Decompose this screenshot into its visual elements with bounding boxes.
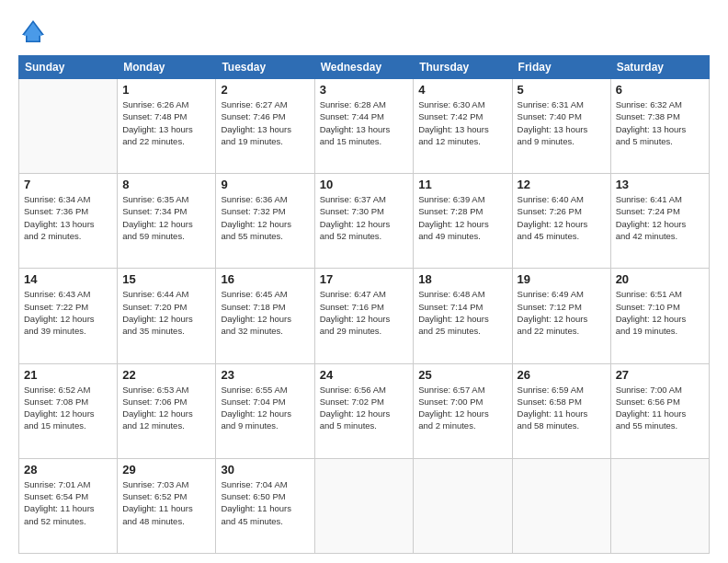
calendar-cell: 13Sunrise: 6:41 AM Sunset: 7:24 PM Dayli… — [610, 174, 709, 269]
calendar-cell — [314, 458, 414, 553]
day-number: 21 — [24, 368, 112, 382]
day-number: 19 — [518, 272, 606, 286]
calendar-cell: 30Sunrise: 7:04 AM Sunset: 6:50 PM Dayli… — [216, 458, 314, 553]
day-number: 2 — [221, 83, 309, 97]
calendar-table: SundayMondayTuesdayWednesdayThursdayFrid… — [18, 55, 710, 554]
calendar-week-1: 1Sunrise: 6:26 AM Sunset: 7:48 PM Daylig… — [19, 79, 710, 174]
day-info: Sunrise: 6:52 AM Sunset: 7:08 PM Dayligh… — [24, 384, 112, 432]
weekday-header-sunday: Sunday — [19, 56, 118, 79]
calendar-cell: 26Sunrise: 6:59 AM Sunset: 6:58 PM Dayli… — [512, 363, 610, 458]
calendar-cell: 3Sunrise: 6:28 AM Sunset: 7:44 PM Daylig… — [314, 79, 414, 174]
day-number: 7 — [24, 178, 112, 191]
day-info: Sunrise: 6:26 AM Sunset: 7:48 PM Dayligh… — [122, 98, 210, 147]
day-number: 9 — [221, 178, 309, 191]
weekday-header-wednesday: Wednesday — [314, 56, 414, 79]
day-info: Sunrise: 6:55 AM Sunset: 7:04 PM Dayligh… — [221, 384, 309, 432]
page: SundayMondayTuesdayWednesdayThursdayFrid… — [0, 0, 728, 563]
calendar-cell — [19, 79, 118, 174]
calendar-week-2: 7Sunrise: 6:34 AM Sunset: 7:36 PM Daylig… — [19, 174, 710, 269]
day-number: 3 — [320, 83, 409, 97]
day-info: Sunrise: 7:00 AM Sunset: 6:56 PM Dayligh… — [616, 384, 704, 432]
day-info: Sunrise: 6:51 AM Sunset: 7:10 PM Dayligh… — [616, 288, 704, 337]
weekday-header-friday: Friday — [512, 56, 610, 79]
calendar-week-3: 14Sunrise: 6:43 AM Sunset: 7:22 PM Dayli… — [19, 269, 710, 363]
day-number: 28 — [24, 463, 112, 477]
day-number: 16 — [221, 272, 309, 286]
day-info: Sunrise: 6:47 AM Sunset: 7:16 PM Dayligh… — [320, 288, 409, 337]
day-info: Sunrise: 6:37 AM Sunset: 7:30 PM Dayligh… — [320, 193, 409, 242]
calendar-cell: 27Sunrise: 7:00 AM Sunset: 6:56 PM Dayli… — [610, 363, 709, 458]
calendar-cell: 10Sunrise: 6:37 AM Sunset: 7:30 PM Dayli… — [314, 174, 414, 269]
day-info: Sunrise: 6:39 AM Sunset: 7:28 PM Dayligh… — [418, 193, 506, 242]
day-number: 8 — [122, 178, 210, 191]
day-number: 5 — [518, 83, 606, 97]
calendar-cell: 5Sunrise: 6:31 AM Sunset: 7:40 PM Daylig… — [512, 79, 610, 174]
calendar-cell — [512, 458, 610, 553]
calendar-cell — [414, 458, 512, 553]
calendar-cell: 16Sunrise: 6:45 AM Sunset: 7:18 PM Dayli… — [216, 269, 314, 363]
day-info: Sunrise: 6:32 AM Sunset: 7:38 PM Dayligh… — [616, 98, 704, 147]
day-info: Sunrise: 6:30 AM Sunset: 7:42 PM Dayligh… — [418, 98, 506, 147]
day-number: 24 — [320, 368, 409, 382]
calendar-cell: 4Sunrise: 6:30 AM Sunset: 7:42 PM Daylig… — [414, 79, 512, 174]
weekday-header-row: SundayMondayTuesdayWednesdayThursdayFrid… — [19, 56, 710, 79]
day-info: Sunrise: 6:48 AM Sunset: 7:14 PM Dayligh… — [418, 288, 506, 337]
day-info: Sunrise: 6:56 AM Sunset: 7:02 PM Dayligh… — [320, 384, 409, 432]
day-info: Sunrise: 6:40 AM Sunset: 7:26 PM Dayligh… — [518, 193, 606, 242]
day-info: Sunrise: 6:53 AM Sunset: 7:06 PM Dayligh… — [122, 384, 210, 432]
day-number: 20 — [616, 272, 704, 286]
day-info: Sunrise: 6:49 AM Sunset: 7:12 PM Dayligh… — [518, 288, 606, 337]
calendar-cell: 2Sunrise: 6:27 AM Sunset: 7:46 PM Daylig… — [216, 79, 314, 174]
day-number: 4 — [418, 83, 506, 97]
day-info: Sunrise: 6:59 AM Sunset: 6:58 PM Dayligh… — [518, 384, 606, 432]
day-number: 29 — [122, 463, 210, 477]
day-number: 10 — [320, 178, 409, 191]
day-info: Sunrise: 6:27 AM Sunset: 7:46 PM Dayligh… — [221, 98, 309, 147]
day-number: 1 — [122, 83, 210, 97]
logo-icon — [18, 17, 48, 46]
calendar-cell: 12Sunrise: 6:40 AM Sunset: 7:26 PM Dayli… — [512, 174, 610, 269]
day-info: Sunrise: 6:34 AM Sunset: 7:36 PM Dayligh… — [24, 193, 112, 242]
calendar-cell: 25Sunrise: 6:57 AM Sunset: 7:00 PM Dayli… — [414, 363, 512, 458]
day-info: Sunrise: 7:01 AM Sunset: 6:54 PM Dayligh… — [24, 478, 112, 527]
day-number: 17 — [320, 272, 409, 286]
day-number: 14 — [24, 272, 112, 286]
day-number: 13 — [616, 178, 704, 191]
calendar-cell: 8Sunrise: 6:35 AM Sunset: 7:34 PM Daylig… — [118, 174, 216, 269]
weekday-header-tuesday: Tuesday — [216, 56, 314, 79]
calendar-cell: 22Sunrise: 6:53 AM Sunset: 7:06 PM Dayli… — [118, 363, 216, 458]
day-number: 18 — [418, 272, 506, 286]
day-info: Sunrise: 6:43 AM Sunset: 7:22 PM Dayligh… — [24, 288, 112, 337]
calendar-cell: 19Sunrise: 6:49 AM Sunset: 7:12 PM Dayli… — [512, 269, 610, 363]
calendar-cell: 6Sunrise: 6:32 AM Sunset: 7:38 PM Daylig… — [610, 79, 709, 174]
calendar-cell: 29Sunrise: 7:03 AM Sunset: 6:52 PM Dayli… — [118, 458, 216, 553]
calendar-cell: 1Sunrise: 6:26 AM Sunset: 7:48 PM Daylig… — [118, 79, 216, 174]
calendar-cell: 15Sunrise: 6:44 AM Sunset: 7:20 PM Dayli… — [118, 269, 216, 363]
weekday-header-saturday: Saturday — [610, 56, 709, 79]
weekday-header-thursday: Thursday — [414, 56, 512, 79]
weekday-header-monday: Monday — [118, 56, 216, 79]
calendar-cell: 28Sunrise: 7:01 AM Sunset: 6:54 PM Dayli… — [19, 458, 118, 553]
calendar-cell — [610, 458, 709, 553]
calendar-cell: 20Sunrise: 6:51 AM Sunset: 7:10 PM Dayli… — [610, 269, 709, 363]
calendar-cell: 23Sunrise: 6:55 AM Sunset: 7:04 PM Dayli… — [216, 363, 314, 458]
day-number: 22 — [122, 368, 210, 382]
calendar-cell: 9Sunrise: 6:36 AM Sunset: 7:32 PM Daylig… — [216, 174, 314, 269]
day-info: Sunrise: 6:28 AM Sunset: 7:44 PM Dayligh… — [320, 98, 409, 147]
day-number: 15 — [122, 272, 210, 286]
day-number: 11 — [418, 178, 506, 191]
day-info: Sunrise: 7:03 AM Sunset: 6:52 PM Dayligh… — [122, 478, 210, 527]
calendar-week-4: 21Sunrise: 6:52 AM Sunset: 7:08 PM Dayli… — [19, 363, 710, 458]
logo — [18, 17, 51, 46]
calendar-week-5: 28Sunrise: 7:01 AM Sunset: 6:54 PM Dayli… — [19, 458, 710, 553]
calendar-cell: 14Sunrise: 6:43 AM Sunset: 7:22 PM Dayli… — [19, 269, 118, 363]
top-section — [18, 17, 710, 46]
day-info: Sunrise: 6:57 AM Sunset: 7:00 PM Dayligh… — [418, 384, 506, 432]
day-info: Sunrise: 7:04 AM Sunset: 6:50 PM Dayligh… — [221, 478, 309, 527]
day-info: Sunrise: 6:35 AM Sunset: 7:34 PM Dayligh… — [122, 193, 210, 242]
day-number: 30 — [221, 463, 309, 477]
calendar-cell: 11Sunrise: 6:39 AM Sunset: 7:28 PM Dayli… — [414, 174, 512, 269]
day-info: Sunrise: 6:41 AM Sunset: 7:24 PM Dayligh… — [616, 193, 704, 242]
day-number: 27 — [616, 368, 704, 382]
day-number: 25 — [418, 368, 506, 382]
